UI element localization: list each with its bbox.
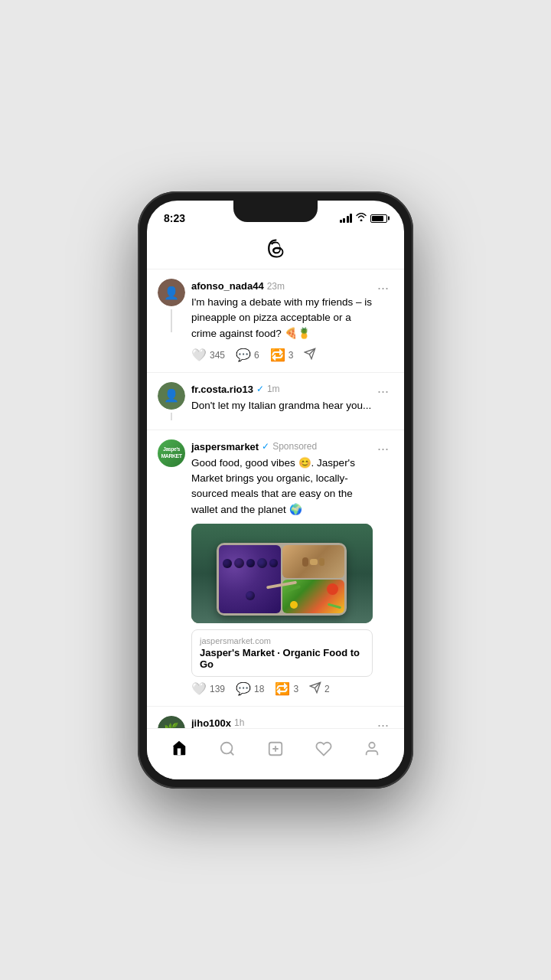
thread-line-1 [171, 309, 172, 332]
feed: 👤 afonso_nada44 23m I'm having a debate … [147, 270, 404, 728]
repost-count-1: 3 [289, 350, 294, 361]
status-time: 8:23 [164, 212, 185, 224]
ad-link-domain: jaspersmarket.com [200, 636, 364, 645]
comment-count-1: 6 [254, 350, 259, 361]
verified-badge-jaspers: ✓ [262, 441, 269, 452]
svg-point-4 [221, 743, 233, 754]
profile-nav-icon [364, 740, 380, 760]
phone-screen: 8:23 [147, 201, 404, 779]
status-icons [340, 213, 388, 224]
phone-shell: 8:23 [138, 191, 413, 789]
timestamp-jiho: 1h [234, 717, 244, 728]
ad-link-box[interactable]: jaspersmarket.com Jasper's Market · Orga… [191, 629, 373, 677]
repost-count-3: 3 [293, 684, 298, 694]
share-icon-1 [304, 348, 316, 363]
post-1: 👤 afonso_nada44 23m I'm having a debate … [147, 270, 404, 373]
username-jiho: jiho100x [191, 717, 231, 728]
comment-button-1[interactable]: 💬 6 [236, 348, 259, 362]
like-button-3[interactable]: 🤍 139 [191, 681, 225, 696]
repost-icon-3: 🔁 [275, 681, 290, 696]
battery-fill [372, 216, 383, 221]
post-4: 🌿 jiho100x 1h Best summer memory = heari… [147, 707, 404, 728]
svg-line-5 [230, 752, 233, 755]
post-text-2: Don't let my Italian grandma hear you... [191, 398, 373, 413]
battery-icon [370, 214, 387, 223]
wifi-icon [356, 213, 367, 224]
sponsored-label: Sponsored [272, 441, 317, 452]
ad-link-title: Jasper's Market · Organic Food to Go [200, 647, 364, 670]
like-button-1[interactable]: 🤍 345 [191, 348, 225, 362]
notch [233, 201, 318, 222]
username-costa: fr.costa.rio13 [191, 384, 253, 395]
avatar-costa: 👤 [158, 382, 185, 410]
post-sponsored: Jaspe'sMARKET jaspersmarket ✓ Sponsored … [147, 430, 404, 707]
ad-image[interactable] [191, 524, 373, 623]
signal-icon [340, 214, 353, 223]
more-menu-4[interactable]: ··· [373, 716, 393, 728]
nav-new-post[interactable] [259, 737, 292, 763]
share-button-3[interactable]: 2 [309, 681, 330, 697]
comment-icon-1: 💬 [236, 348, 251, 362]
heart-icon-3: 🤍 [191, 681, 207, 696]
svg-point-9 [370, 743, 375, 748]
more-menu-2[interactable]: ··· [373, 382, 393, 401]
home-nav-icon [171, 740, 187, 761]
comment-button-3[interactable]: 💬 18 [236, 681, 264, 696]
post-actions-1: 🤍 345 💬 6 🔁 3 [191, 348, 373, 363]
more-menu-3[interactable]: ··· [373, 439, 393, 459]
avatar-jiho: 🌿 [158, 716, 185, 728]
share-icon-3 [309, 681, 321, 697]
comment-icon-3: 💬 [236, 681, 251, 696]
like-count-3: 139 [210, 684, 225, 694]
threads-logo [265, 237, 286, 264]
nav-home[interactable] [163, 737, 195, 764]
new-post-nav-icon [267, 740, 284, 760]
nav-profile[interactable] [356, 737, 388, 763]
verified-badge-costa: ✓ [256, 384, 264, 394]
post-text-1: I'm having a debate with my friends – is… [191, 295, 373, 341]
heart-nav-icon [315, 740, 332, 760]
like-count-1: 345 [210, 350, 225, 361]
comment-count-3: 18 [254, 684, 264, 694]
post-text-3: Good food, good vibes 😊. Jasper's Market… [191, 456, 373, 518]
repost-button-3[interactable]: 🔁 3 [275, 681, 298, 696]
username-afonso: afonso_nada44 [191, 280, 264, 292]
heart-icon-1: 🤍 [191, 348, 207, 362]
more-menu-1[interactable]: ··· [373, 279, 393, 298]
avatar-afonso: 👤 [158, 279, 185, 306]
avatar-jaspers: Jaspe'sMARKET [158, 439, 185, 467]
repost-button-1[interactable]: 🔁 3 [270, 348, 294, 362]
post-actions-3: 🤍 139 💬 18 🔁 3 [191, 681, 373, 697]
nav-likes[interactable] [308, 737, 340, 763]
bottom-nav [147, 728, 404, 779]
app-header [147, 231, 404, 270]
timestamp-afonso: 23m [267, 281, 285, 292]
share-button-1[interactable] [304, 348, 316, 363]
search-nav-icon [219, 740, 236, 760]
repost-icon-1: 🔁 [270, 348, 285, 362]
share-count-3: 2 [324, 684, 330, 694]
post-2: 👤 fr.costa.rio13 ✓ 1m Don't let my [147, 373, 404, 430]
timestamp-costa: 1m [267, 384, 280, 394]
nav-search[interactable] [211, 737, 243, 763]
username-jaspers: jaspersmarket [191, 441, 259, 452]
